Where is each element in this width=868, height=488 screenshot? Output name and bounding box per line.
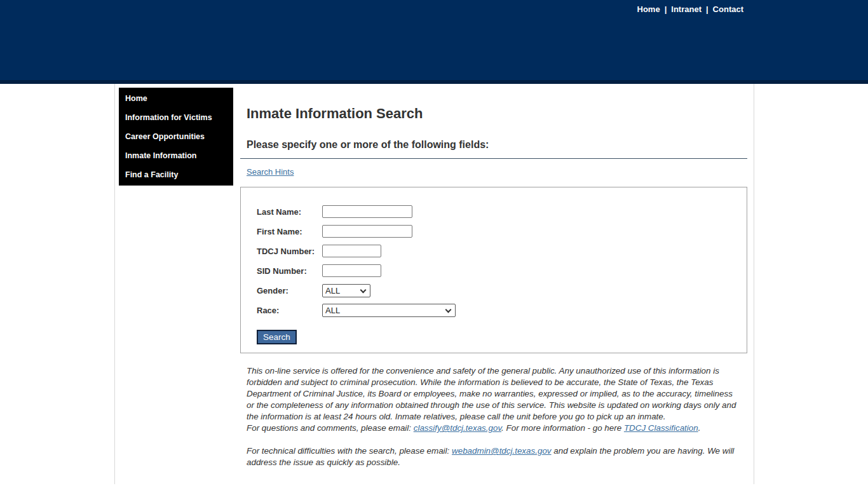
race-label: Race: [257,306,322,315]
first-name-row: First Name: [257,225,747,238]
nav-link-contact[interactable]: Contact [713,4,743,14]
questions-text: For questions and comments, please email… [247,423,414,433]
race-select[interactable]: ALL [322,304,456,317]
sidebar-item-find-a-facility[interactable]: Find a Facility [119,165,233,184]
questions-mid-text: . For more information - go here [501,423,624,433]
form-instructions: Please specify one or more of the follow… [240,139,747,158]
disclaimer-body: This on-line service is offered for the … [247,366,736,421]
first-name-label: First Name: [257,227,322,236]
webadmin-email-link[interactable]: webadmin@tdcj.texas.gov [452,446,552,456]
sidebar-item-career-opportunities[interactable]: Career Opportunities [119,127,233,146]
race-row: Race: ALL [257,304,747,316]
sid-number-row: SID Number: [257,264,747,277]
gender-row: Gender: ALL [257,284,747,297]
sid-number-input[interactable] [322,264,381,277]
gender-label: Gender: [257,286,322,295]
last-name-label: Last Name: [257,207,322,217]
page-title: Inmate Information Search [247,105,747,122]
content-container: Home Information for Victims Career Oppo… [114,84,754,484]
last-name-input[interactable] [322,205,412,218]
sidebar-menu: Home Information for Victims Career Oppo… [119,88,233,186]
technical-paragraph: For technical difficulties with the sear… [247,445,738,468]
tdcj-number-input[interactable] [322,245,381,257]
nav-separator: | [706,4,709,14]
search-form: Last Name: First Name: TDCJ Number: SID … [240,187,747,353]
top-nav: Home|Intranet|Contact [637,4,743,14]
nav-link-home[interactable]: Home [637,4,660,14]
technical-text: For technical difficulties with the sear… [247,446,452,456]
nav-separator: | [665,4,667,14]
nav-link-intranet[interactable]: Intranet [671,4,702,14]
subtitle-divider: Please specify one or more of the follow… [240,139,747,159]
sid-number-label: SID Number: [257,266,322,276]
questions-suffix-text: . [698,423,701,433]
tdcj-number-label: TDCJ Number: [257,247,322,256]
tdcj-classification-link[interactable]: TDCJ Classification [624,423,698,433]
first-name-input[interactable] [322,225,412,238]
tdcj-number-row: TDCJ Number: [257,245,747,257]
sidebar-item-inmate-information[interactable]: Inmate Information [119,146,233,165]
main-content: Inmate Information Search Please specify… [240,84,747,468]
last-name-row: Last Name: [257,205,747,218]
header-banner: Home|Intranet|Contact [0,0,868,84]
sidebar-item-home[interactable]: Home [119,89,233,108]
sidebar-item-information-for-victims[interactable]: Information for Victims [119,108,233,127]
gender-select[interactable]: ALL [322,284,370,297]
disclaimer-text: This on-line service is offered for the … [247,365,738,468]
search-button[interactable]: Search [257,330,297,344]
disclaimer-paragraph: This on-line service is offered for the … [247,365,738,434]
search-hints-link[interactable]: Search Hints [247,167,294,177]
classify-email-link[interactable]: classify@tdcj.texas.gov [414,423,501,433]
